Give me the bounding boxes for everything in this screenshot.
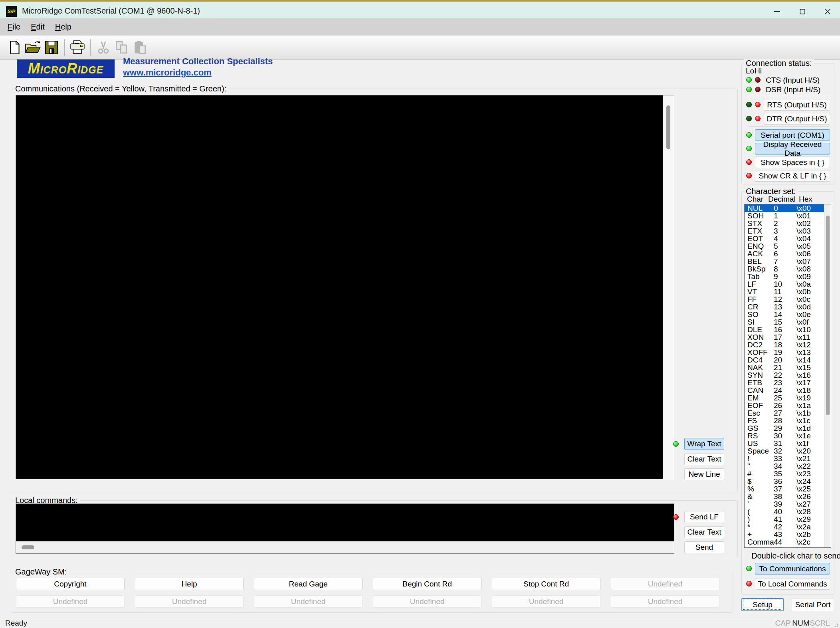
charset-row[interactable]: Tab9\x09: [745, 273, 824, 280]
gageway-button-r1-c4[interactable]: Begin Cont Rd: [373, 578, 481, 590]
communications-display[interactable]: [16, 95, 663, 479]
charset-listbox[interactable]: NUL0\x00SOH1\x01STX2\x02ETX3\x03EOT4\x04…: [744, 204, 831, 548]
gageway-button-r1-c2[interactable]: Help: [135, 578, 244, 590]
charset-row[interactable]: SO14\x0e: [745, 311, 824, 318]
charset-row[interactable]: EOT4\x04: [745, 235, 824, 242]
charset-row[interactable]: +43\x2b: [745, 531, 824, 538]
charset-row[interactable]: DC420\x14: [745, 356, 824, 364]
charset-row[interactable]: Comma44\x2c: [745, 538, 824, 546]
send-lf-button[interactable]: Send LF: [684, 511, 724, 523]
comms-clear-text-button[interactable]: Clear Text: [684, 453, 724, 465]
minimize-button[interactable]: [765, 3, 790, 20]
charset-row[interactable]: EM25\x19: [745, 394, 824, 402]
charset-scrollbar-thumb[interactable]: [826, 216, 830, 415]
charset-row[interactable]: Space32\x20: [745, 447, 824, 455]
charset-row[interactable]: SI15\x0f: [745, 318, 824, 326]
website-link[interactable]: www.microridge.com: [123, 67, 212, 78]
charset-row[interactable]: SYN22\x16: [745, 371, 824, 379]
resize-grip[interactable]: [830, 618, 840, 628]
close-button[interactable]: [815, 3, 840, 20]
serial-port-button[interactable]: Serial Port: [792, 598, 834, 611]
charset-row[interactable]: ETB23\x17: [745, 379, 824, 386]
dtr-button[interactable]: DTR (Output H/S): [764, 113, 830, 125]
charset-row[interactable]: ACK6\x06: [745, 250, 824, 258]
gageway-button-r2-c1[interactable]: Undefined: [16, 595, 125, 608]
charset-row[interactable]: NUL0\x00: [745, 204, 824, 212]
charset-row[interactable]: NAK21\x15: [745, 364, 824, 371]
charset-row[interactable]: $36\x24: [745, 477, 824, 485]
send-button[interactable]: Send: [684, 541, 724, 553]
to-local-commands-button[interactable]: To Local Commands: [755, 578, 830, 590]
local-clear-text-button[interactable]: Clear Text: [684, 526, 724, 538]
menu-help[interactable]: Help: [50, 18, 77, 36]
charset-row[interactable]: DC218\x12: [745, 341, 824, 349]
menu-edit[interactable]: Edit: [26, 18, 50, 36]
charset-row[interactable]: !33\x21: [745, 455, 824, 462]
show-spaces-button[interactable]: Show Spaces in { }: [755, 157, 830, 168]
charset-row[interactable]: *42\x2a: [745, 523, 824, 531]
open-file-button[interactable]: [24, 38, 42, 57]
charset-row[interactable]: CR13\x0d: [745, 303, 824, 311]
gageway-button-r2-c6[interactable]: Undefined: [611, 595, 719, 608]
charset-cell-hex: \x2b: [796, 531, 824, 538]
charset-row[interactable]: -45\x2d: [745, 546, 824, 547]
charset-row[interactable]: ENQ5\x05: [745, 242, 824, 250]
local-commands-input[interactable]: [16, 504, 674, 541]
charset-row[interactable]: FS28\x1c: [745, 417, 824, 424]
charset-row[interactable]: STX2\x02: [745, 220, 824, 227]
communications-scrollbar[interactable]: [663, 95, 674, 479]
to-communications-button[interactable]: To Communications: [755, 563, 830, 575]
gageway-button-r1-c6[interactable]: Undefined: [611, 578, 719, 590]
charset-row[interactable]: '39\x27: [745, 500, 824, 508]
charset-row[interactable]: XON17\x11: [745, 333, 824, 341]
gageway-button-r2-c3[interactable]: Undefined: [254, 595, 363, 608]
maximize-button[interactable]: [790, 3, 815, 20]
serial-port-toggle-button[interactable]: Serial port (COM1): [755, 129, 830, 141]
charset-row[interactable]: (40\x28: [745, 508, 824, 515]
charset-row[interactable]: US31\x1f: [745, 440, 824, 447]
charset-scrollbar[interactable]: [824, 204, 831, 547]
rts-button[interactable]: RTS (Output H/S): [764, 99, 830, 111]
new-file-button[interactable]: [6, 38, 24, 57]
gageway-button-r2-c4[interactable]: Undefined: [373, 595, 481, 608]
charset-row[interactable]: Esc27\x1b: [745, 409, 824, 417]
save-file-button[interactable]: [42, 38, 61, 57]
local-commands-scrollbar-thumb[interactable]: [22, 545, 34, 549]
display-received-button[interactable]: Display Received Data: [755, 143, 830, 155]
wrap-text-button[interactable]: Wrap Text: [684, 438, 724, 450]
gageway-button-r2-c2[interactable]: Undefined: [135, 595, 244, 608]
charset-row[interactable]: EOF26\x1a: [745, 402, 824, 409]
charset-row[interactable]: "34\x22: [745, 462, 824, 470]
paste-button[interactable]: [131, 38, 149, 57]
charset-row[interactable]: %37\x25: [745, 485, 824, 493]
menu-file[interactable]: File: [2, 18, 26, 36]
charset-row[interactable]: &38\x26: [745, 493, 824, 500]
setup-button[interactable]: Setup: [741, 598, 784, 611]
charset-row[interactable]: )41\x29: [745, 515, 824, 523]
charset-row[interactable]: RS30\x1e: [745, 432, 824, 440]
gageway-button-r1-c3[interactable]: Read Gage: [254, 578, 363, 590]
charset-row[interactable]: XOFF19\x13: [745, 349, 824, 356]
charset-row[interactable]: ETX3\x03: [745, 227, 824, 235]
show-crlf-button[interactable]: Show CR & LF in { }: [755, 170, 830, 182]
charset-row[interactable]: VT11\x0b: [745, 288, 824, 295]
charset-row[interactable]: BkSp8\x08: [745, 265, 824, 273]
charset-row[interactable]: #35\x23: [745, 470, 824, 477]
charset-cell-dec: 23: [774, 379, 796, 386]
gageway-button-r1-c1[interactable]: Copyright: [16, 578, 125, 590]
new-line-button[interactable]: New Line: [684, 468, 724, 480]
charset-row[interactable]: DLE16\x10: [745, 326, 824, 333]
charset-row[interactable]: FF12\x0c: [745, 295, 824, 303]
cut-button[interactable]: [94, 38, 113, 57]
communications-scrollbar-thumb[interactable]: [666, 105, 670, 149]
copy-button[interactable]: [113, 38, 131, 57]
gageway-button-r2-c5[interactable]: Undefined: [492, 595, 600, 608]
charset-row[interactable]: BEL7\x07: [745, 258, 824, 265]
charset-row[interactable]: GS29\x1d: [745, 424, 824, 432]
charset-row[interactable]: CAN24\x18: [745, 386, 824, 394]
charset-row[interactable]: SOH1\x01: [745, 212, 824, 220]
charset-row[interactable]: LF10\x0a: [745, 280, 824, 288]
print-button[interactable]: [68, 38, 87, 57]
local-commands-scrollbar[interactable]: [16, 541, 674, 553]
gageway-button-r1-c5[interactable]: Stop Cont Rd: [492, 578, 600, 590]
